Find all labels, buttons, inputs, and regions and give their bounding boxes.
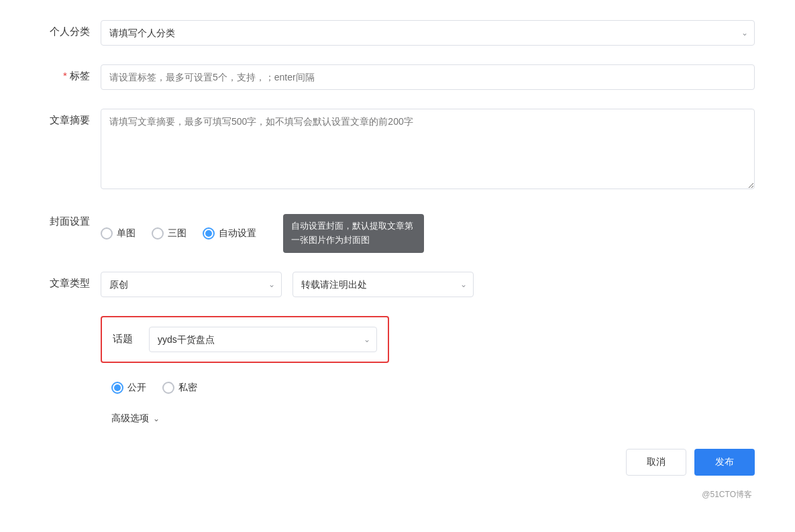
topic-content: 话题 yyds干货盘点 ⌄ (101, 316, 755, 363)
cover-single-radio[interactable] (101, 227, 113, 240)
cover-triple-label: 三图 (168, 227, 187, 240)
cover-auto-radio[interactable] (203, 227, 215, 240)
personal-category-content: 请填写个人分类 ⌄ (101, 20, 755, 46)
article-type-label: 文章类型 (40, 272, 101, 290)
personal-category-select[interactable]: 请填写个人分类 (101, 20, 755, 46)
tags-content (101, 64, 755, 90)
repost-source-select-wrapper: 转载请注明出处 ⌄ (293, 272, 474, 297)
cover-content: 单图 三图 自动设置 自动设置封面，默认提取文章第一张图片作为封面图 (101, 210, 755, 253)
cover-auto-label: 自动设置 (219, 227, 256, 240)
private-option[interactable]: 私密 (162, 382, 197, 394)
private-radio[interactable] (162, 382, 174, 394)
public-option[interactable]: 公开 (111, 382, 146, 394)
visibility-content: 公开 私密 (101, 382, 755, 394)
visibility-row: 公开 私密 (40, 382, 755, 394)
article-type-select[interactable]: 原创 转载 翻译 (101, 272, 282, 297)
cover-auto-option[interactable]: 自动设置 (203, 227, 256, 240)
article-type-select-wrapper: 原创 转载 翻译 ⌄ (101, 272, 282, 297)
article-type-content: 原创 转载 翻译 ⌄ 转载请注明出处 ⌄ (101, 272, 755, 297)
topic-label: 话题 (113, 333, 133, 345)
advanced-options-label: 高级选项 (111, 413, 149, 425)
public-radio[interactable] (111, 382, 123, 394)
article-type-row: 文章类型 原创 转载 翻译 ⌄ 转载请注明出处 ⌄ (40, 272, 755, 297)
visibility-label-spacer (40, 382, 101, 387)
summary-content (101, 109, 755, 191)
topic-row: 话题 yyds干货盘点 ⌄ (40, 316, 755, 363)
tags-row: 标签 (40, 64, 755, 90)
topic-label-spacer (40, 316, 101, 321)
cover-triple-radio[interactable] (152, 227, 164, 240)
article-type-controls: 原创 转载 翻译 ⌄ 转载请注明出处 ⌄ (101, 272, 755, 297)
tags-input[interactable] (101, 64, 755, 90)
cancel-button[interactable]: 取消 (626, 449, 686, 476)
advanced-options-chevron-icon: ⌄ (153, 414, 160, 423)
personal-category-select-wrapper: 请填写个人分类 ⌄ (101, 20, 755, 46)
tags-label: 标签 (40, 64, 101, 83)
footer-brand: @51CTO博客 (40, 489, 755, 500)
page-container: 个人分类 请填写个人分类 ⌄ 标签 文章摘要 封面设置 (0, 0, 795, 532)
topic-highlight-wrapper: 话题 yyds干货盘点 ⌄ (101, 316, 389, 363)
cover-single-option[interactable]: 单图 (101, 227, 136, 240)
bottom-bar: 取消 发布 (40, 449, 755, 476)
summary-textarea[interactable] (101, 109, 755, 189)
cover-options: 单图 三图 自动设置 自动设置封面，默认提取文章第一张图片作为封面图 (101, 210, 755, 253)
topic-select-wrapper: yyds干货盘点 ⌄ (149, 327, 377, 352)
publish-button[interactable]: 发布 (694, 449, 755, 476)
summary-label: 文章摘要 (40, 109, 101, 127)
topic-select[interactable]: yyds干货盘点 (149, 327, 377, 352)
repost-source-select[interactable]: 转载请注明出处 (293, 272, 474, 297)
cover-label: 封面设置 (40, 210, 101, 228)
personal-category-label: 个人分类 (40, 20, 101, 38)
visibility-options: 公开 私密 (101, 382, 755, 394)
private-label: 私密 (178, 382, 197, 394)
cover-tooltip: 自动设置封面，默认提取文章第一张图片作为封面图 (283, 214, 424, 253)
advanced-options-row[interactable]: 高级选项 ⌄ (40, 413, 755, 425)
summary-row: 文章摘要 (40, 109, 755, 191)
cover-single-label: 单图 (117, 227, 136, 240)
cover-row: 封面设置 单图 三图 自动设置 自动设置封面，默认提取文章第一张图片作为封面图 (40, 210, 755, 253)
cover-triple-option[interactable]: 三图 (152, 227, 187, 240)
public-label: 公开 (127, 382, 146, 394)
personal-category-row: 个人分类 请填写个人分类 ⌄ (40, 20, 755, 46)
